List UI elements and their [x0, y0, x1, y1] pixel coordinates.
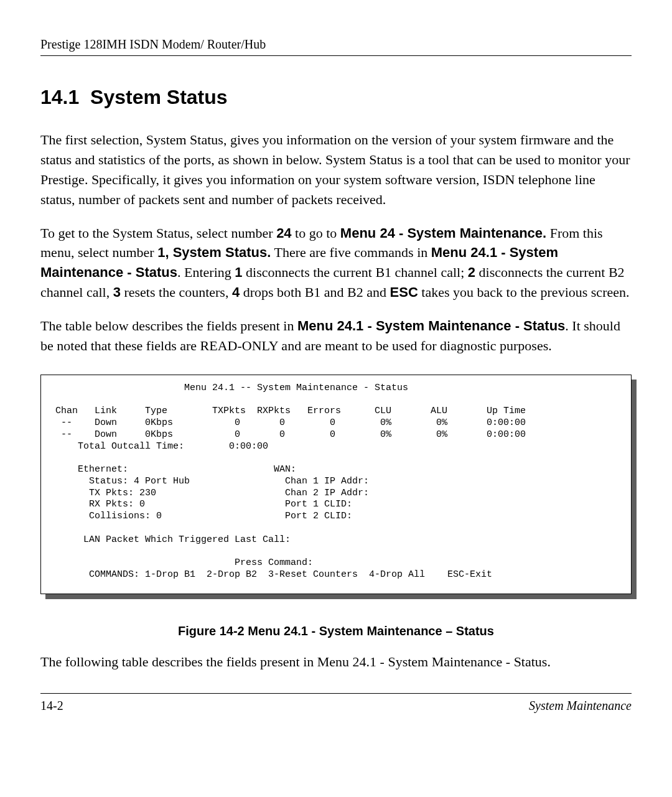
bold-3: 3 — [113, 284, 121, 300]
terminal-row-1: -- Down 0Kbps 0 0 0 0% 0% 0:00:00 — [50, 417, 526, 428]
terminal-outcall: Total Outcall Time: 0:00:00 — [50, 441, 268, 452]
text: To get to the System Status, select numb… — [40, 225, 276, 241]
text: drops both B1 and B2 and — [240, 284, 390, 300]
section-number: 14.1 — [40, 86, 79, 108]
terminal-title: Menu 24.1 -- System Maintenance - Status — [50, 383, 408, 393]
section-title: 14.1 System Status — [40, 86, 632, 109]
terminal-status: Status: 4 Port Hub Chan 1 IP Addr: — [50, 476, 369, 487]
text: disconnects the current B1 channel call; — [243, 264, 468, 280]
page-footer: 14-2 System Maintenance — [40, 699, 632, 713]
terminal-row-2: -- Down 0Kbps 0 0 0 0% 0% 0:00:00 — [50, 429, 526, 440]
figure-caption: Figure 14-2 Menu 24.1 - System Maintenan… — [40, 624, 632, 638]
bold-1-system-status: 1, System Status. — [157, 245, 271, 260]
footer-page-number: 14-2 — [40, 699, 63, 713]
bold-2: 2 — [468, 264, 475, 280]
text: There are five commands in — [271, 245, 431, 260]
paragraph-1: The first selection, System Status, give… — [40, 130, 632, 210]
terminal-screen: Menu 24.1 -- System Maintenance - Status… — [40, 375, 632, 594]
text: takes you back to the previous screen. — [418, 284, 630, 300]
terminal-header-row: Chan Link Type TXPkts RXPkts Errors CLU … — [50, 406, 526, 416]
terminal-figure: Menu 24.1 -- System Maintenance - Status… — [40, 375, 632, 594]
terminal-lan-trigger: LAN Packet Which Triggered Last Call: — [50, 534, 291, 545]
terminal-commands: COMMANDS: 1-Drop B1 2-Drop B2 3-Reset Co… — [50, 569, 492, 580]
bottom-rule — [40, 693, 632, 694]
bold-4: 4 — [232, 284, 240, 300]
text: . Entering — [177, 264, 235, 280]
text: to go to — [292, 225, 340, 241]
bold-esc: ESC — [390, 284, 418, 300]
paragraph-3: The table below describes the fields pre… — [40, 316, 632, 356]
terminal-press-command: Press Command: — [50, 557, 313, 568]
terminal-collisions: Collisions: 0 Port 2 CLID: — [50, 511, 352, 521]
terminal-txpkts: TX Pkts: 230 Chan 2 IP Addr: — [50, 488, 369, 498]
section-heading: System Status — [90, 86, 228, 108]
bold-menu241-status: Menu 24.1 - System Maintenance - Status — [297, 318, 565, 333]
terminal-rxpkts: RX Pkts: 0 Port 1 CLID: — [50, 499, 352, 510]
bold-24: 24 — [276, 225, 291, 241]
page: Prestige 128IMH ISDN Modem/ Router/Hub 1… — [0, 0, 672, 797]
bold-1: 1 — [235, 264, 242, 280]
running-head: Prestige 128IMH ISDN Modem/ Router/Hub — [40, 37, 632, 52]
terminal-eth-wan: Ethernet: WAN: — [50, 464, 296, 475]
text: The table below describes the fields pre… — [40, 318, 297, 333]
bold-menu24: Menu 24 - System Maintenance. — [340, 225, 546, 241]
footer-section: System Maintenance — [529, 699, 632, 713]
paragraph-2: To get to the System Status, select numb… — [40, 223, 632, 303]
paragraph-4: The following table describes the fields… — [40, 652, 632, 672]
top-rule — [40, 55, 632, 56]
text: resets the counters, — [121, 284, 232, 300]
